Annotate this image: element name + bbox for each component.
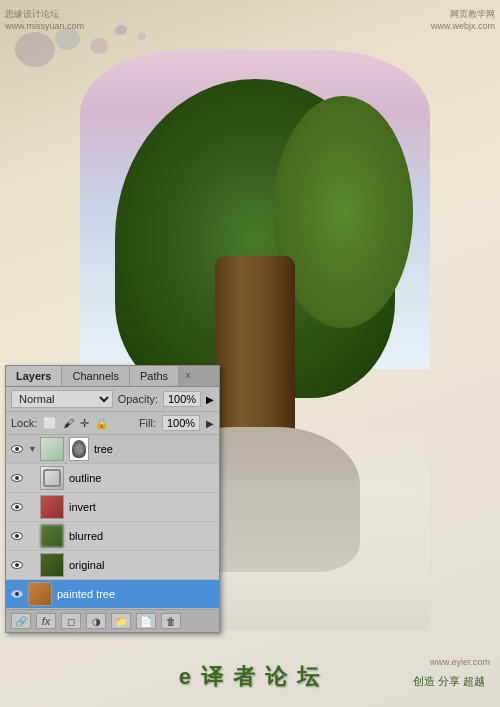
layer-visibility-painted[interactable] [9, 586, 25, 602]
layer-item-painted-tree[interactable]: painted tree [6, 580, 219, 609]
lock-label: Lock: [11, 417, 37, 429]
layer-name-blurred: blurred [69, 530, 216, 542]
layer-name-original: original [69, 559, 216, 571]
layer-thumbnail-tree [40, 437, 64, 461]
layer-visibility-tree[interactable] [9, 441, 25, 457]
eye-icon-invert [11, 503, 23, 511]
layer-visibility-outline[interactable] [9, 470, 25, 486]
fill-input[interactable] [162, 415, 200, 431]
layer-item-outline[interactable]: outline [6, 464, 219, 493]
layer-name-outline: outline [69, 472, 216, 484]
blend-mode-select[interactable]: Normal [11, 390, 113, 408]
tree-trunk [215, 256, 295, 456]
layer-visibility-invert[interactable] [9, 499, 25, 515]
watercolor-dot [138, 33, 146, 40]
lock-move-icon[interactable]: ✛ [80, 417, 89, 430]
layer-item-blurred[interactable]: blurred [6, 522, 219, 551]
layer-thumbnail-blurred [40, 524, 64, 548]
watercolor-dot [115, 25, 127, 35]
layer-thumbnail-original [40, 553, 64, 577]
eye-icon-original [11, 561, 23, 569]
watercolor-dot [55, 28, 80, 50]
layer-link-button[interactable]: 🔗 [11, 613, 31, 629]
bottom-chinese-text: e 译 者 论 坛 [179, 662, 322, 692]
tab-layers[interactable]: Layers [6, 366, 62, 386]
layer-item-original[interactable]: original [6, 551, 219, 580]
group-arrow-tree[interactable]: ▼ [28, 444, 40, 454]
delete-layer-button[interactable]: 🗑 [161, 613, 181, 629]
layer-visibility-blurred[interactable] [9, 528, 25, 544]
lock-fill-row: Lock: ⬜ 🖌 ✛ 🔒 Fill: ▶ [6, 412, 219, 435]
mask-thumbnail-tree [72, 440, 86, 458]
layer-name-tree: tree [94, 443, 216, 455]
adjustment-layer-button[interactable]: ◑ [86, 613, 106, 629]
layer-thumbnail-invert [40, 495, 64, 519]
lock-all-icon[interactable]: 🔒 [95, 417, 109, 430]
lock-paint-icon[interactable]: 🖌 [63, 417, 74, 429]
new-group-button[interactable]: 📁 [111, 613, 131, 629]
layer-name-invert: invert [69, 501, 216, 513]
panel-bottom-toolbar: 🔗 fx ◻ ◑ 📁 📄 🗑 [6, 609, 219, 632]
blend-opacity-row: Normal Opacity: ▶ [6, 387, 219, 412]
panel-close-button[interactable]: × [179, 366, 197, 386]
layer-item-tree-group[interactable]: ▼ tree [6, 435, 219, 464]
svg-rect-0 [44, 470, 60, 486]
fill-label: Fill: [139, 417, 156, 429]
fill-arrow[interactable]: ▶ [206, 418, 214, 429]
layer-fx-button[interactable]: fx [36, 613, 56, 629]
layer-mask-tree [69, 437, 89, 461]
panel-tabs: Layers Channels Paths × [6, 366, 219, 387]
opacity-arrow[interactable]: ▶ [206, 394, 214, 405]
layer-name-painted: painted tree [57, 588, 216, 600]
canvas-area: 思缘设计论坛 www.missyuan.com 网页教学网 www.webjx.… [0, 0, 500, 707]
opacity-input[interactable] [163, 391, 201, 407]
layer-item-invert[interactable]: invert [6, 493, 219, 522]
layer-thumbnail-outline [40, 466, 64, 490]
watercolor-dot [15, 32, 55, 67]
layers-list: ▼ tree outline [6, 435, 219, 609]
opacity-label: Opacity: [118, 393, 158, 405]
layers-panel: Layers Channels Paths × Normal Opacity: … [5, 365, 220, 633]
eye-icon-painted [11, 590, 23, 598]
watermark-top-right: 网页教学网 www.webjx.com [431, 8, 495, 31]
layer-thumbnail-painted [28, 582, 52, 606]
layer-visibility-original[interactable] [9, 557, 25, 573]
add-mask-button[interactable]: ◻ [61, 613, 81, 629]
tab-channels[interactable]: Channels [62, 366, 129, 386]
watermark-top-left: 思缘设计论坛 www.missyuan.com [5, 8, 84, 31]
eye-icon-blurred [11, 532, 23, 540]
watermark-bottom-right: www.eyier.com [430, 657, 490, 667]
lock-transparency-icon[interactable]: ⬜ [43, 417, 57, 430]
tab-paths[interactable]: Paths [130, 366, 179, 386]
bottom-right-chinese-text: 创造 分享 超越 [413, 674, 485, 689]
eye-icon-outline [11, 474, 23, 482]
eye-icon-tree [11, 445, 23, 453]
new-layer-button[interactable]: 📄 [136, 613, 156, 629]
